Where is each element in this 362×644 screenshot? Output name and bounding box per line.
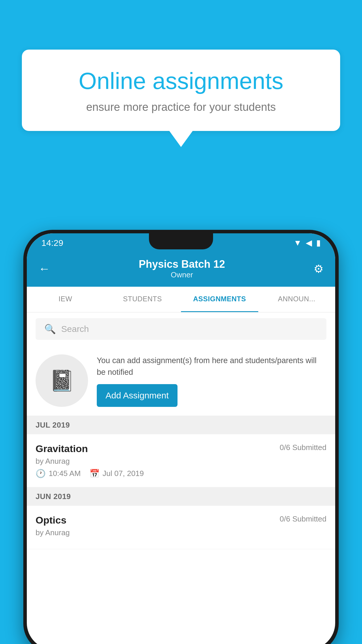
tab-assignments[interactable]: ASSIGNMENTS — [181, 287, 258, 312]
app-header: ← Physics Batch 12 Owner ⚙ — [27, 252, 335, 287]
calendar-icon-gravitation: 📅 — [89, 469, 100, 478]
search-box[interactable]: 🔍 Search — [36, 318, 326, 340]
assignment-item-optics[interactable]: Optics 0/6 Submitted by Anurag — [27, 506, 335, 549]
tab-iew[interactable]: IEW — [27, 287, 104, 312]
speech-bubble-arrow — [169, 131, 193, 147]
assignment-author-gravitation: by Anurag — [36, 457, 326, 466]
phone-notch — [149, 233, 213, 249]
settings-icon[interactable]: ⚙ — [314, 262, 324, 275]
assignment-top-optics: Optics 0/6 Submitted — [36, 514, 326, 526]
tab-students[interactable]: STUDENTS — [104, 287, 181, 312]
tab-announcements[interactable]: ANNOUN... — [258, 287, 335, 312]
status-icons: ▼ ◀ ▮ — [294, 238, 321, 248]
promo-block: 📓 You can add assignment(s) from here an… — [27, 346, 335, 416]
header-center: Physics Batch 12 Owner — [139, 258, 225, 279]
promo-right: You can add assignment(s) from here and … — [97, 355, 326, 407]
battery-icon: ▮ — [316, 238, 321, 248]
signal-icon: ◀ — [306, 238, 312, 248]
assignment-time-gravitation: 🕐 10:45 AM — [36, 469, 81, 478]
wifi-icon: ▼ — [294, 238, 302, 248]
add-assignment-button[interactable]: Add Assignment — [97, 384, 178, 407]
promo-text: You can add assignment(s) from here and … — [97, 355, 326, 378]
assignment-top-gravitation: Gravitation 0/6 Submitted — [36, 443, 326, 454]
assignment-date-gravitation: 📅 Jul 07, 2019 — [89, 469, 144, 478]
header-subtitle: Owner — [139, 270, 225, 279]
tabs-bar: IEW STUDENTS ASSIGNMENTS ANNOUN... — [27, 287, 335, 312]
speech-bubble-container: Online assignments ensure more practice … — [22, 50, 340, 147]
assignment-title-optics: Optics — [36, 514, 66, 526]
search-placeholder: Search — [61, 324, 89, 334]
speech-bubble: Online assignments ensure more practice … — [22, 50, 340, 131]
assignment-title-gravitation: Gravitation — [36, 443, 88, 454]
search-icon: 🔍 — [44, 323, 56, 335]
assignment-author-optics: by Anurag — [36, 528, 326, 537]
section-jun-2019: JUN 2019 — [27, 487, 335, 506]
assignment-submitted-gravitation: 0/6 Submitted — [280, 443, 326, 452]
section-jul-2019: JUL 2019 — [27, 416, 335, 434]
phone-inner: 14:29 ▼ ◀ ▮ ← Physics Batch 12 Owner ⚙ I… — [27, 233, 335, 644]
header-title: Physics Batch 12 — [139, 258, 225, 270]
search-container: 🔍 Search — [27, 312, 335, 346]
back-button[interactable]: ← — [38, 262, 50, 275]
assignment-item-gravitation[interactable]: Gravitation 0/6 Submitted by Anurag 🕐 10… — [27, 434, 335, 487]
promo-icon-circle: 📓 — [36, 354, 88, 407]
status-time: 14:29 — [41, 238, 63, 248]
bubble-title: Online assignments — [45, 67, 317, 95]
phone-frame: 14:29 ▼ ◀ ▮ ← Physics Batch 12 Owner ⚙ I… — [23, 230, 339, 644]
assignment-meta-gravitation: 🕐 10:45 AM 📅 Jul 07, 2019 — [36, 469, 326, 478]
bubble-subtitle: ensure more practice for your students — [45, 101, 317, 113]
clock-icon-gravitation: 🕐 — [36, 469, 46, 478]
assignment-submitted-optics: 0/6 Submitted — [280, 514, 326, 524]
notebook-icon: 📓 — [49, 369, 75, 393]
